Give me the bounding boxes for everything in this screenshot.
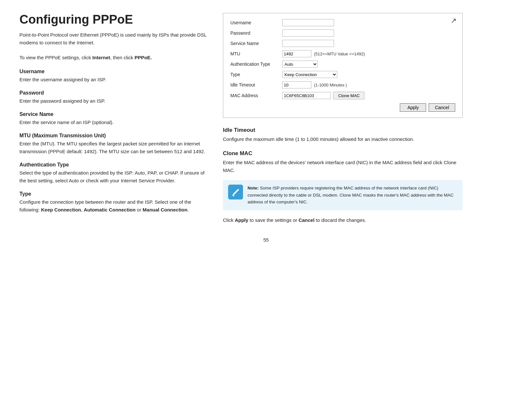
section-clone-mac-desc: Clone MAC Enter the MAC address of the d… xyxy=(223,150,463,174)
right-section-idle-timeout-title: Idle Timeout xyxy=(223,127,463,133)
mtu-note: (512<=MTU Value <=1492) xyxy=(314,51,365,56)
idle-timeout-note: (1-1000 Minutes ) xyxy=(314,83,347,87)
input-mac-address[interactable] xyxy=(282,92,331,99)
section-auth-type-body: Select the type of authentication provid… xyxy=(19,169,207,185)
section-mtu-title: MTU (Maximum Transmission Unit) xyxy=(19,133,207,139)
left-column: Configuring PPPoE Point-to-Point Protoco… xyxy=(19,13,207,224)
form-row-username: Username xyxy=(230,19,455,26)
form-row-service-name: Service Name xyxy=(230,40,455,47)
form-row-password: Password xyxy=(230,29,455,37)
page-title: Configuring PPPoE xyxy=(19,13,207,27)
right-content: Idle Timeout Configure the maximum idle … xyxy=(223,127,463,224)
form-buttons: Apply Cancel xyxy=(230,103,455,112)
select-auth-type[interactable]: Auto PAP CHAP xyxy=(282,61,318,68)
label-idle-timeout: Idle Timeout xyxy=(230,82,282,87)
section-auth-type: Authentication Type Select the type of a… xyxy=(19,162,207,185)
label-username: Username xyxy=(230,20,282,25)
pencil-icon xyxy=(231,188,240,197)
label-service-name: Service Name xyxy=(230,41,282,46)
section-auth-type-title: Authentication Type xyxy=(19,162,207,168)
section-type: Type Configure the connection type betwe… xyxy=(19,191,207,214)
section-service-name-title: Service Name xyxy=(19,111,207,117)
select-type[interactable]: Keep Connection Automatic Connection Man… xyxy=(282,71,337,78)
section-username: Username Enter the username assigned by … xyxy=(19,69,207,84)
section-password-body: Enter the password assigned by an ISP. xyxy=(19,97,207,105)
section-mtu-body: Enter the (MTU). The MTU specifies the l… xyxy=(19,140,207,155)
page-layout: Configuring PPPoE Point-to-Point Protoco… xyxy=(19,13,513,243)
section-service-name: Service Name Enter the service name of a… xyxy=(19,111,207,126)
page-number: 55 xyxy=(19,237,513,243)
note-box: Note: Some ISP providers require registe… xyxy=(223,180,463,210)
intro-text: Point-to-Point Protocol over Ethernet (P… xyxy=(19,31,207,47)
form-row-mac-address: MAC Address Clone MAC xyxy=(230,92,455,99)
input-username[interactable] xyxy=(282,19,334,26)
label-mtu: MTU xyxy=(230,51,282,56)
right-section-idle-timeout-body: Configure the maximum idle time (1 to 1,… xyxy=(223,135,463,143)
form-row-idle-timeout: Idle Timeout (1-1000 Minutes ) xyxy=(230,81,455,88)
pppoe-form-panel: ↗ Username Password Service Name xyxy=(223,13,463,118)
view-instruction: To view the PPPoE settings, click Intern… xyxy=(19,54,207,62)
apply-button[interactable]: Apply xyxy=(400,103,426,112)
label-password: Password xyxy=(230,30,282,36)
right-section-clone-mac-body: Enter the MAC address of the devices' ne… xyxy=(223,159,463,174)
label-type: Type xyxy=(230,72,282,77)
section-type-body: Configure the connection type between th… xyxy=(19,198,207,214)
clone-mac-button[interactable]: Clone MAC xyxy=(333,92,364,99)
note-icon xyxy=(228,185,243,200)
section-username-body: Enter the username assigned by an ISP. xyxy=(19,76,207,84)
label-mac-address: MAC Address xyxy=(230,93,282,98)
input-idle-timeout[interactable] xyxy=(282,81,311,88)
form-row-auth-type: Authentication Type Auto PAP CHAP xyxy=(230,61,455,68)
note-text: Note: Some ISP providers require registe… xyxy=(248,185,457,206)
input-mtu[interactable] xyxy=(282,50,311,57)
right-section-clone-mac-title: Clone MAC xyxy=(223,150,463,157)
right-column: ↗ Username Password Service Name xyxy=(223,13,463,224)
input-service-name[interactable] xyxy=(282,40,334,47)
form-row-mtu: MTU (512<=MTU Value <=1492) xyxy=(230,50,455,57)
input-password[interactable] xyxy=(282,29,334,37)
cursor-icon: ↗ xyxy=(451,17,457,25)
section-password: Password Enter the password assigned by … xyxy=(19,90,207,105)
section-username-title: Username xyxy=(19,69,207,74)
section-password-title: Password xyxy=(19,90,207,96)
form-row-type: Type Keep Connection Automatic Connectio… xyxy=(230,71,455,78)
section-type-title: Type xyxy=(19,191,207,197)
label-auth-type: Authentication Type xyxy=(230,62,282,67)
section-service-name-body: Enter the service name of an ISP (option… xyxy=(19,119,207,126)
bottom-text: Click Apply to save the settings or Canc… xyxy=(223,216,463,224)
section-mtu: MTU (Maximum Transmission Unit) Enter th… xyxy=(19,133,207,155)
cancel-button[interactable]: Cancel xyxy=(429,103,455,112)
section-idle-timeout-desc: Idle Timeout Configure the maximum idle … xyxy=(223,127,463,143)
